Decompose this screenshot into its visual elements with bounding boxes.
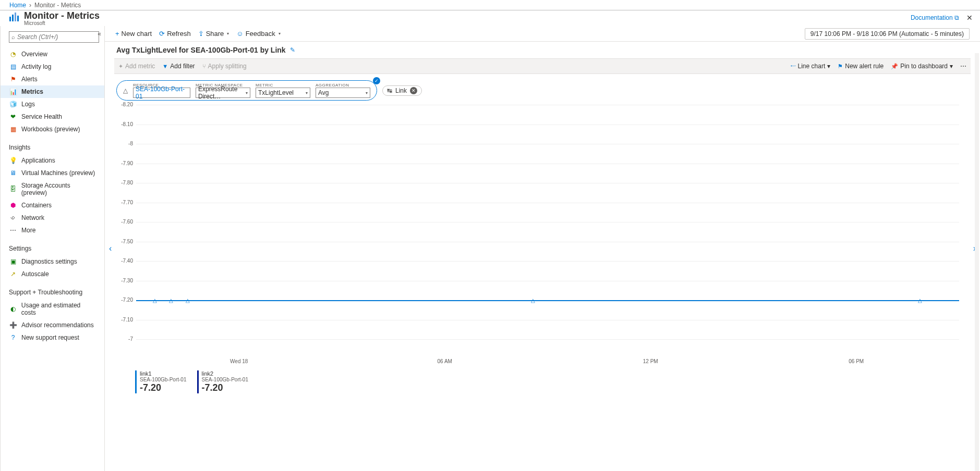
breadcrumb-sep: › [29, 2, 31, 9]
data-point-marker: △ [153, 298, 157, 303]
y-axis-label: -7.30 [116, 278, 133, 283]
sidebar-item-autoscale[interactable]: ↗Autoscale [1, 268, 104, 280]
sidebar-item-icon: ❤ [9, 113, 17, 120]
sidebar-item-more[interactable]: ⋯More [1, 224, 104, 237]
more-menu[interactable]: ⋯ [960, 63, 966, 70]
resource-selector[interactable]: RESOURCE SEA-100Gb-Port-01 [133, 83, 190, 98]
breadcrumb-home[interactable]: Home [9, 2, 26, 9]
sidebar-item-overview[interactable]: ◔Overview [1, 48, 104, 60]
resource-type-icon: △ [123, 87, 128, 94]
sidebar-search[interactable]: ⌕ [9, 31, 99, 43]
legend-series-name: link2 [202, 370, 249, 377]
chevron-down-icon: ▾ [227, 31, 229, 36]
apply-splitting-button[interactable]: ⑂Apply splitting [202, 63, 247, 70]
sidebar-item-label: Network [21, 214, 44, 221]
sidebar-item-virtual-machines-preview-[interactable]: 🖥Virtual Machines (preview) [1, 167, 104, 179]
filter-pill-link[interactable]: ↹ Link ✕ [382, 85, 422, 96]
breadcrumb-current: Monitor - Metrics [34, 2, 81, 9]
documentation-link[interactable]: Documentation ⧉ [911, 14, 959, 21]
x-axis-label: 12 PM [548, 358, 754, 364]
sidebar-item-usage-and-estimated-costs[interactable]: ◐Usage and estimated costs [1, 299, 104, 319]
sidebar-item-alerts[interactable]: ⚑Alerts [1, 73, 104, 85]
x-axis-label: 06 PM [754, 358, 960, 364]
chart-type-selector[interactable]: ⬳Line chart ▾ [790, 63, 831, 70]
remove-filter-icon[interactable]: ✕ [410, 87, 417, 94]
gridline: -8.10 [136, 125, 959, 125]
sidebar-item-label: Autoscale [21, 270, 49, 278]
sidebar-item-icon: 🖥 [9, 169, 17, 177]
legend-item[interactable]: link2SEA-100Gb-Port-01-7.20 [197, 370, 249, 393]
sidebar-item-icon: 🗄 [9, 185, 17, 193]
monitor-icon [8, 11, 20, 26]
y-axis-label: -7.10 [116, 317, 133, 323]
filter-pill-icon: ↹ [387, 87, 392, 94]
sidebar-item-workbooks-preview-[interactable]: ▦Workbooks (preview) [1, 123, 104, 135]
new-chart-button[interactable]: +New chart [115, 30, 152, 38]
data-point-marker: △ [531, 298, 535, 303]
check-icon: ✓ [373, 77, 380, 84]
sidebar-item-applications[interactable]: 💡Applications [1, 154, 104, 167]
sidebar-item-new-support-request[interactable]: ?New support request [1, 331, 104, 344]
chart-area[interactable]: -8.20-8.10-8-7.90-7.80-7.70-7.60-7.50-7.… [136, 105, 959, 355]
sidebar-item-label: Virtual Machines (preview) [21, 169, 95, 177]
edit-icon[interactable]: ✎ [290, 46, 295, 54]
sidebar-item-service-health[interactable]: ❤Service Health [1, 110, 104, 123]
sidebar-group-header: Settings [1, 242, 104, 255]
close-icon[interactable]: ✕ [966, 14, 973, 22]
alert-icon: ⚑ [838, 63, 843, 70]
sidebar-item-storage-accounts-preview-[interactable]: 🗄Storage Accounts (preview) [1, 179, 104, 199]
sidebar-item-metrics[interactable]: 📊Metrics [1, 85, 104, 98]
metric-selector[interactable]: METRIC TxLightLevel▾ [256, 83, 310, 98]
refresh-button[interactable]: ⟳Refresh [159, 30, 191, 38]
page-header: Monitor - Metrics Microsoft Documentatio… [0, 10, 980, 26]
metric-picker-row: △ RESOURCE SEA-100Gb-Port-01 METRIC NAME… [105, 74, 980, 105]
add-filter-button[interactable]: ▼Add filter [162, 63, 195, 70]
external-icon: ⧉ [954, 14, 959, 21]
feedback-button[interactable]: ☺Feedback▾ [236, 30, 280, 38]
sidebar-item-icon: ◔ [9, 51, 17, 58]
line-chart-icon: ⬳ [790, 63, 796, 69]
y-axis-label: -8.20 [116, 102, 133, 107]
sidebar-item-advisor-recommendations[interactable]: ➕Advisor recommendations [1, 319, 104, 331]
sidebar-item-label: New support request [21, 334, 79, 341]
add-metric-button[interactable]: ✦Add metric [118, 63, 155, 70]
new-alert-button[interactable]: ⚑New alert rule [838, 63, 884, 70]
collapse-sidebar-icon[interactable]: « [98, 30, 101, 38]
legend-series-resource: SEA-100Gb-Port-01 [202, 377, 249, 382]
chart-title-bar: Avg TxLightLevel for SEA-100Gb-Port-01 b… [105, 42, 980, 58]
pin-dashboard-button[interactable]: 📌Pin to dashboard ▾ [891, 63, 953, 70]
y-axis-label: -8 [116, 141, 133, 146]
sidebar-item-network[interactable]: ꩜Network [1, 212, 104, 224]
svg-rect-3 [17, 16, 19, 21]
sidebar-item-icon: ▤ [9, 63, 17, 70]
share-button[interactable]: ⇪Share▾ [198, 30, 229, 38]
sidebar-item-containers[interactable]: ⬢Containers [1, 199, 104, 212]
sidebar-item-diagnostics-settings[interactable]: ▣Diagnostics settings [1, 255, 104, 268]
sidebar-item-label: Metrics [21, 88, 43, 95]
sidebar-item-label: Diagnostics settings [21, 258, 77, 265]
scrollbar[interactable] [975, 53, 979, 471]
time-range-picker[interactable]: 9/17 10:06 PM - 9/18 10:06 PM (Automatic… [805, 28, 970, 40]
aggregation-selector[interactable]: AGGREGATION Avg▾ [316, 83, 370, 98]
data-point-marker: △ [186, 298, 190, 303]
sidebar-item-label: Overview [21, 51, 47, 58]
sidebar-item-label: Activity log [21, 63, 51, 70]
prev-chart-icon[interactable]: ‹ [109, 244, 112, 253]
ellipsis-icon: ⋯ [960, 63, 966, 70]
gridline: -7.40 [136, 261, 959, 262]
namespace-selector[interactable]: METRIC NAMESPACE ExpressRoute Direct…▾ [196, 83, 250, 98]
gridline: -8.20 [136, 105, 959, 105]
pin-icon: 📌 [891, 63, 898, 70]
y-axis-label: -7.90 [116, 160, 133, 166]
chevron-down-icon: ▾ [950, 63, 953, 70]
sidebar-item-icon: ꩜ [9, 214, 17, 221]
sidebar-search-input[interactable] [17, 33, 96, 41]
legend-series-value: -7.20 [202, 382, 249, 393]
sidebar-item-activity-log[interactable]: ▤Activity log [1, 60, 104, 73]
y-axis-label: -7.20 [116, 297, 133, 303]
sidebar-item-label: Logs [21, 101, 35, 108]
sidebar-item-logs[interactable]: 🧊Logs [1, 98, 104, 110]
sidebar-item-icon: ⬢ [9, 202, 17, 209]
legend-item[interactable]: link1SEA-100Gb-Port-01-7.20 [135, 370, 187, 393]
legend-series-name: link1 [140, 370, 187, 377]
